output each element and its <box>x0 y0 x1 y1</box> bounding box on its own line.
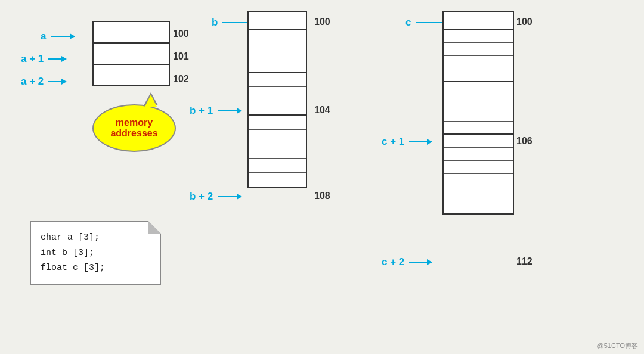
array-b-cell-11 <box>249 173 306 187</box>
array-c-cell-7 <box>444 108 513 122</box>
array-c-cell-6 <box>444 95 513 108</box>
ptr-a2-text: a + 2 <box>21 76 44 88</box>
array-b-cell-3 <box>249 58 306 73</box>
array-c <box>442 11 514 215</box>
array-b-cell-0 <box>249 12 306 30</box>
addr-c-2: 112 <box>516 256 532 267</box>
ptr-c1-text: c + 1 <box>382 136 404 148</box>
array-b-cell-10 <box>249 159 306 173</box>
addr-b-0: 100 <box>314 17 330 27</box>
addr-c-1: 106 <box>516 136 532 147</box>
code-line-1: char a [3]; <box>41 230 150 246</box>
bubble-text: memoryaddresses <box>110 117 157 139</box>
watermark: @51CTO博客 <box>597 341 638 350</box>
ptr-a-label: a <box>41 30 75 42</box>
ptr-a-text: a <box>41 30 46 42</box>
ptr-a1-arrow <box>48 58 66 60</box>
ptr-c2-arrow <box>409 262 432 263</box>
array-c-cell-1 <box>444 30 513 43</box>
ptr-c2-label: c + 2 <box>382 256 432 268</box>
array-b-grid <box>247 11 307 188</box>
array-b-cell-5 <box>249 87 306 101</box>
ptr-c1-label: c + 1 <box>382 136 432 148</box>
addr-c-0: 100 <box>516 17 532 27</box>
main-container: a a + 1 a + 2 100 101 102 memoryaddresse… <box>0 0 644 354</box>
ptr-c1-arrow <box>409 141 432 142</box>
array-b-cell-8 <box>249 130 306 144</box>
addr-a-2: 102 <box>173 74 189 85</box>
array-b <box>247 11 313 188</box>
code-line-3: float c [3]; <box>41 260 150 276</box>
ptr-b2-arrow <box>218 196 242 197</box>
array-b-cell-2 <box>249 44 306 58</box>
array-c-cell-3 <box>444 56 513 69</box>
array-b-cell-7 <box>249 116 306 130</box>
ptr-b1-label: b + 1 <box>190 105 242 117</box>
ptr-b2-label: b + 2 <box>190 191 242 203</box>
addr-b-2: 108 <box>314 191 330 201</box>
addr-a-0: 100 <box>173 29 189 39</box>
ptr-b1-arrow <box>218 110 242 111</box>
addr-b-1: 104 <box>314 105 330 116</box>
array-a-cell-1 <box>92 42 170 65</box>
code-block: char a [3]; int b [3]; float c [3]; <box>30 221 161 285</box>
array-c-cell-10 <box>444 148 513 161</box>
array-c-cell-11 <box>444 161 513 174</box>
array-b-cell-1 <box>249 30 306 44</box>
ptr-b1-text: b + 1 <box>190 105 213 117</box>
ptr-b2-text: b + 2 <box>190 191 213 203</box>
array-c-grid <box>442 11 514 215</box>
ptr-a-arrow <box>51 36 75 37</box>
array-a <box>92 21 170 86</box>
array-c-cell-9 <box>444 135 513 148</box>
array-c-cell-12 <box>444 174 513 187</box>
array-b-cell-9 <box>249 144 306 159</box>
array-a-cell-2 <box>92 64 170 86</box>
ptr-c2-text: c + 2 <box>382 256 404 268</box>
addr-a-1: 101 <box>173 51 189 62</box>
array-c-cell-13 <box>444 187 513 200</box>
ptr-a2-label: a + 2 <box>21 76 66 88</box>
array-c-cell-4 <box>444 69 513 82</box>
array-b-cell-4 <box>249 73 306 87</box>
array-c-cell-0 <box>444 12 513 30</box>
ptr-b-text: b <box>212 17 218 29</box>
array-b-cell-6 <box>249 101 306 116</box>
array-c-cell-14 <box>444 200 513 213</box>
ptr-a2-arrow <box>48 81 66 82</box>
array-a-cell-0 <box>92 21 170 44</box>
ptr-a1-label: a + 1 <box>21 53 66 65</box>
array-c-cell-8 <box>444 122 513 135</box>
code-line-2: int b [3]; <box>41 246 150 261</box>
ptr-a1-text: a + 1 <box>21 53 44 65</box>
array-c-cell-5 <box>444 82 513 95</box>
array-c-cell-2 <box>444 43 513 56</box>
memory-addresses-bubble: memoryaddresses <box>92 104 176 152</box>
ptr-c-text: c <box>405 17 411 29</box>
